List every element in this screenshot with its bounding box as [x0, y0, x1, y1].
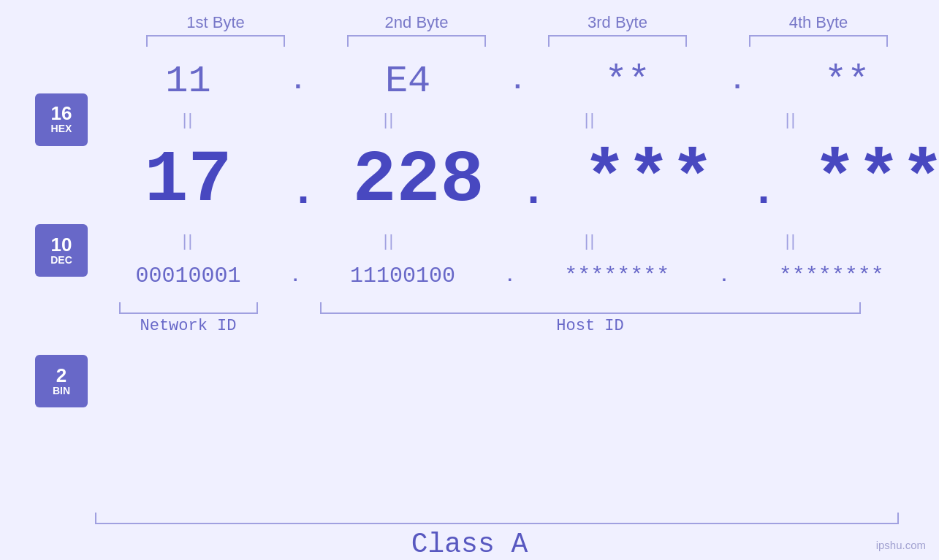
byte3-header: 3rd Byte: [517, 13, 718, 32]
dot-dec-2: .: [520, 166, 547, 216]
dec-row: 17 . 228 . *** . ***: [88, 133, 939, 228]
bracket-2: [316, 35, 517, 47]
bin-cell-2: 11100100: [302, 264, 503, 288]
dec-badge-num: 10: [51, 235, 72, 254]
eq2-cell-3: ||: [490, 228, 691, 254]
eq2-sign-1: ||: [183, 231, 194, 250]
data-columns: 11 . E4 . ** . ** ||: [88, 54, 939, 505]
byte2-header: 2nd Byte: [316, 13, 517, 32]
eq2-cell-1: ||: [88, 228, 289, 254]
byte-headers: 1st Byte 2nd Byte 3rd Byte 4th Byte: [0, 0, 939, 32]
dec-value-3: ***: [583, 139, 715, 222]
badges-column: 16 HEX 10 DEC 2 BIN: [35, 54, 88, 505]
hex-value-2: E4: [385, 60, 430, 103]
hex-cell-3: **: [527, 60, 728, 103]
class-label: Class A: [411, 529, 528, 560]
eq2-sign-3: ||: [585, 231, 596, 250]
dec-badge-label: DEC: [50, 254, 72, 266]
class-row: Class A: [0, 529, 939, 560]
bracket-4: [718, 35, 919, 47]
byte4-header: 4th Byte: [718, 13, 919, 32]
hex-value-3: **: [605, 60, 650, 103]
watermark: ipshu.com: [876, 539, 926, 551]
dec-value-2: 228: [353, 139, 484, 222]
dot-dec-1: .: [290, 166, 316, 216]
hex-badge-num: 16: [51, 104, 72, 123]
eq1-cell-4: ||: [691, 107, 892, 133]
equals-row-1: || || || ||: [88, 107, 939, 133]
hex-badge-label: HEX: [51, 123, 72, 135]
byte1-header: 1st Byte: [115, 13, 316, 32]
eq1-sign-2: ||: [384, 110, 395, 129]
network-id-label: Network ID: [88, 317, 289, 335]
bracket-line-4: [749, 35, 888, 47]
dot-bin-1: .: [290, 266, 300, 286]
hex-cell-2: E4: [308, 60, 509, 103]
dot-bin-3: .: [719, 266, 729, 286]
bin-value-1: 00010001: [135, 264, 240, 288]
dec-cell-1: 17: [88, 139, 289, 222]
big-bracket-row: [0, 513, 939, 524]
bin-value-2: 11100100: [350, 264, 455, 288]
host-id-label: Host ID: [289, 317, 892, 335]
bin-value-3: ********: [564, 264, 669, 288]
dot-dec-3: .: [750, 166, 777, 216]
bin-cell-1: 00010001: [88, 264, 289, 288]
hex-row: 11 . E4 . ** . **: [88, 55, 939, 107]
bin-cell-4: ********: [731, 264, 932, 288]
dec-cell-2: 228: [318, 139, 519, 222]
big-bracket-line: [95, 513, 899, 524]
bin-badge-num: 2: [56, 366, 66, 385]
bin-badge: 2 BIN: [35, 355, 88, 407]
eq2-sign-4: ||: [786, 231, 797, 250]
bracket-line-2: [347, 35, 486, 47]
dec-cell-3: ***: [548, 139, 749, 222]
bottom-brackets: [88, 302, 939, 314]
hex-value-4: **: [824, 60, 870, 103]
eq2-cell-4: ||: [691, 228, 892, 254]
top-bracket-row: [0, 35, 939, 47]
dot-hex-1: .: [290, 66, 306, 96]
bracket-line-3: [548, 35, 687, 47]
eq1-cell-3: ||: [490, 107, 691, 133]
bin-badge-label: BIN: [53, 385, 70, 397]
bin-value-4: ********: [779, 264, 884, 288]
network-bracket-line: [119, 302, 258, 314]
bracket-1: [115, 35, 316, 47]
dec-badge: 10 DEC: [35, 224, 88, 277]
network-bracket: [88, 302, 289, 314]
eq1-sign-4: ||: [786, 110, 797, 129]
bracket-3: [517, 35, 718, 47]
host-bracket: [289, 302, 892, 314]
hex-cell-1: 11: [88, 60, 289, 103]
content-area: 16 HEX 10 DEC 2 BIN 11 . E4: [0, 54, 939, 505]
hex-value-1: 11: [165, 60, 210, 103]
eq1-cell-2: ||: [289, 107, 490, 133]
eq2-cell-2: ||: [289, 228, 490, 254]
dot-hex-2: .: [510, 66, 526, 96]
hex-cell-4: **: [747, 60, 939, 103]
bin-cell-3: ********: [517, 264, 718, 288]
dec-cell-4: ***: [778, 139, 939, 222]
eq1-sign-1: ||: [183, 110, 194, 129]
dot-bin-2: .: [504, 266, 514, 286]
dot-hex-3: .: [729, 66, 745, 96]
eq1-cell-1: ||: [88, 107, 289, 133]
eq2-sign-2: ||: [384, 231, 395, 250]
host-bracket-line: [320, 302, 861, 314]
dec-value-1: 17: [144, 139, 232, 222]
bracket-line-1: [146, 35, 285, 47]
eq1-sign-3: ||: [585, 110, 596, 129]
main-container: 1st Byte 2nd Byte 3rd Byte 4th Byte 16 H…: [0, 0, 939, 560]
bin-row: 00010001 . 11100100 . ******** . *******…: [88, 254, 939, 298]
equals-row-2: || || || ||: [88, 228, 939, 254]
hex-badge: 16 HEX: [35, 93, 88, 146]
id-labels-row: Network ID Host ID: [88, 317, 939, 335]
dec-value-4: ***: [813, 139, 939, 222]
